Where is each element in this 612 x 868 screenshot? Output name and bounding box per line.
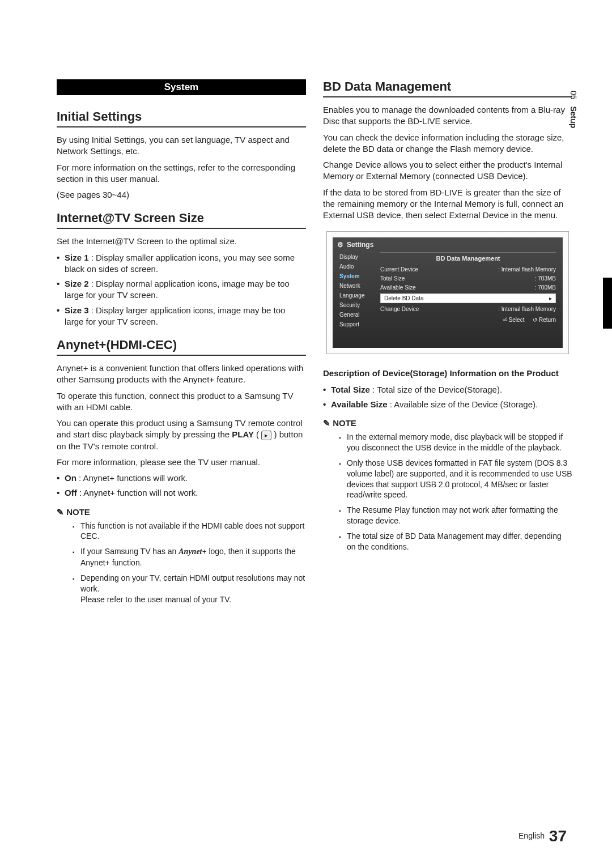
body-text: Enables you to manage the downloaded con… [323, 104, 572, 127]
row-available-size: Available Size : 700MB [380, 284, 556, 291]
chapter-label: Setup [569, 106, 578, 128]
body-text: For more information, please see the TV … [57, 457, 306, 468]
play-icon: ▸ [261, 431, 271, 440]
description-list: Total Size : Total size of the Device(St… [323, 384, 572, 411]
footer-language: English [518, 831, 545, 840]
row-current-device: Current Device : Internal flash Memory [380, 266, 556, 273]
left-column: System Initial Settings By using Initial… [57, 79, 306, 612]
size-list: Size 1 : Display smaller application ico… [57, 252, 306, 328]
page-number: 37 [549, 827, 567, 845]
body-text: If the data to be stored from BD-LIVE is… [323, 187, 572, 222]
list-item: Size 1 : Display smaller application ico… [57, 252, 306, 275]
bd-notes: In the external memory mode, disc playba… [339, 432, 572, 552]
list-item: Only those USB devices formatted in FAT … [339, 458, 572, 501]
body-text: Anynet+ is a convenient function that of… [57, 363, 306, 386]
menu-item-support[interactable]: Support [337, 320, 378, 329]
row-total-size: Total Size : 703MB [380, 275, 556, 282]
list-item: In the external memory mode, disc playba… [339, 432, 572, 453]
body-text: You can check the device information inc… [323, 132, 572, 155]
list-item: Available Size : Available size of the D… [323, 399, 572, 410]
manual-page: 05 Setup System Initial Settings By usin… [0, 0, 612, 868]
body-text: Set the Internet@TV Screen to the optima… [57, 236, 306, 247]
note-heading: NOTE [57, 507, 306, 517]
anynet-notes: This function is not available if the HD… [73, 521, 306, 605]
page-footer: English 37 [518, 827, 567, 845]
side-tab: 05 Setup [569, 91, 578, 128]
settings-screenshot: Settings Display Audio System Network La… [326, 231, 569, 354]
edge-tab [603, 278, 612, 329]
body-text: To operate this function, connect this p… [57, 390, 306, 414]
list-item: Total Size : Total size of the Device(St… [323, 384, 572, 395]
list-item: On : Anynet+ functions will work. [57, 473, 306, 484]
list-item: Depending on your TV, certain HDMI outpu… [73, 573, 306, 605]
heading-internet-tv: Internet@TV Screen Size [57, 211, 306, 229]
list-item: Size 2 : Display normal application icon… [57, 278, 306, 301]
menu-item-security[interactable]: Security [337, 300, 378, 310]
settings-detail: BD Data Management Current Device : Inte… [378, 252, 558, 337]
description-heading: Description of Device(Storage) Informati… [323, 368, 572, 379]
heading-anynet: Anynet+(HDMI-CEC) [57, 338, 306, 356]
list-item: The total size of BD Data Management may… [339, 531, 572, 552]
hint-select: ⏎ Select [503, 317, 525, 323]
anynet-logo: Anynet+ [178, 547, 206, 556]
menu-item-system[interactable]: System [337, 271, 378, 281]
button-hints: ⏎ Select ↺ Return [380, 317, 556, 323]
right-column: BD Data Management Enables you to manage… [323, 79, 572, 612]
list-item: The Resume Play function may not work af… [339, 505, 572, 526]
menu-item-audio[interactable]: Audio [337, 262, 378, 271]
chapter-number: 05 [569, 91, 578, 100]
body-text: Change Device allows you to select eithe… [323, 159, 572, 182]
settings-title: Settings [337, 241, 558, 249]
detail-heading: BD Data Management [380, 252, 556, 262]
list-item: This function is not available if the HD… [73, 521, 306, 542]
row-change-device[interactable]: Change Device : Internal flash Memory [380, 306, 556, 312]
system-heading-bar: System [57, 79, 306, 95]
body-text: You can operate this product using a Sam… [57, 418, 306, 452]
note-heading: NOTE [323, 418, 572, 428]
anynet-options: On : Anynet+ functions will work. Off : … [57, 473, 306, 499]
menu-item-general[interactable]: General [337, 310, 378, 320]
hint-return: ↺ Return [533, 317, 556, 323]
heading-bd-data: BD Data Management [323, 79, 572, 97]
list-item: If your Samsung TV has an Anynet+ logo, … [73, 546, 306, 568]
heading-initial-settings: Initial Settings [57, 109, 306, 127]
columns: System Initial Settings By using Initial… [57, 79, 572, 612]
body-text: By using Initial Settings, you can set l… [57, 134, 306, 158]
body-text: (See pages 30~44) [57, 189, 306, 201]
menu-item-language[interactable]: Language [337, 291, 378, 300]
list-item: Off : Anynet+ function will not work. [57, 487, 306, 499]
menu-item-network[interactable]: Network [337, 281, 378, 291]
settings-window: Settings Display Audio System Network La… [333, 237, 563, 348]
list-item: Size 3 : Display larger application icon… [57, 305, 306, 328]
settings-menu: Display Audio System Network Language Se… [337, 252, 378, 337]
menu-item-display[interactable]: Display [337, 252, 378, 262]
row-delete-bd-data[interactable]: Delete BD Data ▸ [380, 293, 556, 303]
body-text: For more information on the settings, re… [57, 162, 306, 185]
chevron-right-icon: ▸ [549, 295, 552, 301]
